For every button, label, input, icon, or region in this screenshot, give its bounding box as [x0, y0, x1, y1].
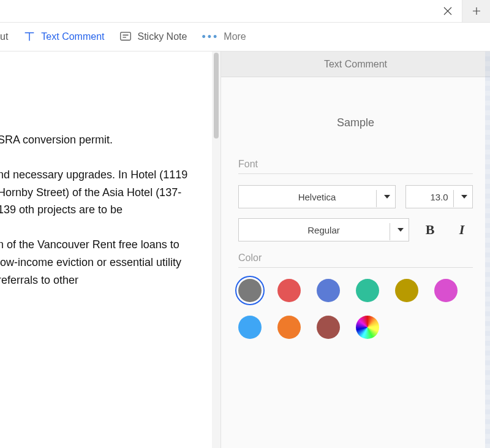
doc-paragraph: SRA conversion permit.: [0, 131, 200, 149]
color-swatch-brown[interactable]: [317, 316, 340, 339]
divider: [238, 267, 473, 268]
toolbar: ut Text Comment Sticky Note ••• More: [0, 22, 490, 51]
toolbar-item-label: ut: [0, 31, 8, 42]
document-area[interactable]: SRA conversion permit. nd necessary upgr…: [0, 51, 212, 448]
color-swatch-blue[interactable]: [317, 279, 340, 302]
toolbar-item-label: More: [224, 31, 246, 42]
select-value: 13.0: [430, 192, 448, 202]
panel-title: Text Comment: [324, 59, 387, 70]
select-value: Helvetica: [298, 192, 336, 202]
color-swatch-magenta[interactable]: [434, 279, 458, 302]
panel-edge-decoration: [485, 51, 490, 448]
doc-paragraph: nd necessary upgrades. In Hotel (1119 Ho…: [0, 166, 200, 219]
sticky-note-icon: [119, 30, 132, 44]
close-icon: [443, 7, 452, 15]
doc-paragraph: n of the Vancouver Rent free loans to lo…: [0, 236, 200, 289]
vertical-scrollbar[interactable]: [212, 51, 221, 448]
more-dots-icon: •••: [202, 31, 219, 44]
toolbar-item-truncated[interactable]: ut: [0, 23, 8, 51]
color-swatch-orange[interactable]: [277, 316, 301, 339]
sample-preview: Sample: [238, 116, 473, 129]
font-section-label: Font: [238, 159, 473, 170]
chevron-down-icon: [461, 195, 467, 199]
color-swatch-custom[interactable]: [356, 316, 379, 339]
text-comment-panel: Text Comment Sample Font Helvetica 13.0 …: [221, 51, 490, 448]
color-swatch-teal[interactable]: [356, 279, 379, 302]
panel-header: Text Comment: [221, 51, 490, 77]
toolbar-text-comment[interactable]: Text Comment: [23, 23, 104, 51]
toolbar-sticky-note[interactable]: Sticky Note: [119, 23, 187, 51]
svg-rect-0: [121, 32, 131, 40]
color-swatch-gray[interactable]: [238, 279, 262, 302]
select-value: Regular: [307, 225, 340, 235]
font-style-select[interactable]: Regular: [238, 218, 409, 241]
divider: [238, 173, 473, 174]
color-swatch-olive[interactable]: [395, 279, 418, 302]
italic-button[interactable]: I: [451, 219, 473, 241]
window-close-button[interactable]: [434, 0, 462, 22]
font-family-select[interactable]: Helvetica: [238, 185, 396, 208]
bold-button[interactable]: B: [419, 219, 441, 241]
color-swatch-row: [238, 316, 473, 339]
toolbar-item-label: Text Comment: [41, 31, 104, 42]
font-size-select[interactable]: 13.0: [405, 185, 473, 208]
toolbar-item-label: Sticky Note: [137, 31, 187, 42]
plus-icon: [472, 7, 481, 15]
toolbar-more[interactable]: ••• More: [202, 23, 246, 51]
chevron-down-icon: [384, 195, 390, 199]
document-text: SRA conversion permit. nd necessary upgr…: [0, 131, 200, 306]
window-new-tab-button[interactable]: [462, 0, 490, 22]
color-swatch-row: [238, 279, 473, 302]
color-section-label: Color: [238, 252, 473, 264]
chevron-down-icon: [398, 228, 404, 232]
scrollbar-thumb[interactable]: [214, 53, 219, 139]
text-comment-icon: [23, 30, 36, 44]
color-swatch-red[interactable]: [277, 279, 301, 302]
color-swatch-skyblue[interactable]: [238, 316, 262, 339]
